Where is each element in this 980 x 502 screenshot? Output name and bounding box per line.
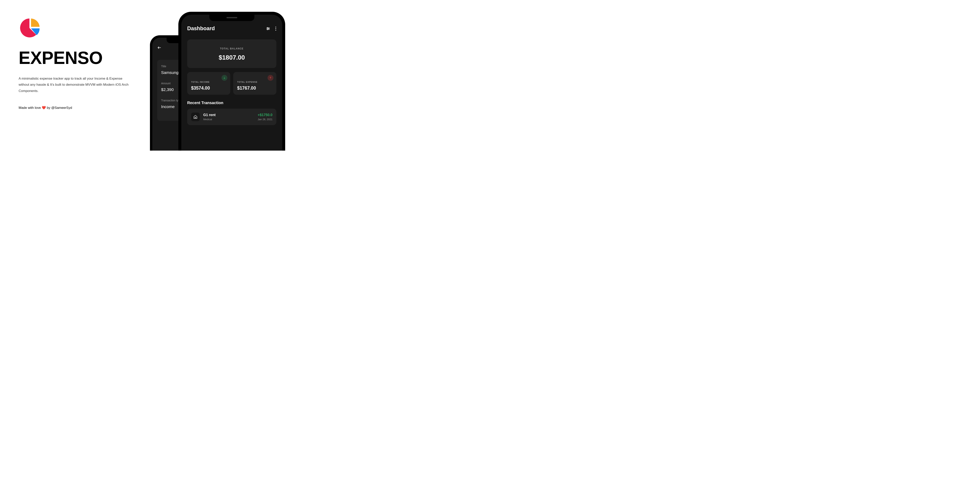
expense-value: $1767.00	[237, 86, 272, 91]
income-label: TOTAL INCOME	[191, 81, 226, 83]
svg-point-2	[267, 27, 268, 28]
heart-icon: ❤️	[42, 106, 46, 110]
transaction-amount: +$1750.0	[258, 113, 272, 117]
svg-point-6	[267, 29, 268, 30]
svg-point-7	[275, 27, 276, 27]
more-icon[interactable]	[275, 27, 276, 31]
balance-card: TOTAL BALANCE $1807.00	[187, 40, 276, 68]
filter-icon[interactable]	[266, 27, 270, 31]
credit-line: Made with love ❤️ by @SameerSyd	[19, 106, 130, 110]
balance-value: $1807.00	[191, 54, 272, 61]
income-value: $3574.00	[191, 86, 226, 91]
phone-mockup-front: Dashboard TOTAL BALANCE $1807.0	[178, 12, 285, 151]
home-icon	[191, 113, 200, 121]
app-logo	[19, 17, 41, 39]
expense-card[interactable]: TOTAL EXPENSE $1767.00	[233, 72, 276, 95]
svg-point-8	[275, 28, 276, 29]
income-card[interactable]: TOTAL INCOME $3574.00	[187, 72, 230, 95]
transaction-row[interactable]: G1 rent Medical +$1750.0 Jan 28, 2021	[187, 108, 276, 125]
transaction-category: Medical	[203, 118, 254, 121]
transaction-date: Jan 28, 2021	[258, 118, 272, 121]
svg-point-9	[275, 30, 276, 30]
app-description: A minimalistic expense tracker app to tr…	[19, 75, 130, 94]
expense-label: TOTAL EXPENSE	[237, 81, 272, 83]
recent-section-title: Recent Transaction	[187, 100, 276, 105]
app-title: EXPENSO	[19, 49, 130, 67]
balance-label: TOTAL BALANCE	[191, 47, 272, 50]
dashboard-title: Dashboard	[187, 25, 215, 32]
arrow-down-icon	[221, 75, 228, 81]
svg-rect-12	[195, 117, 196, 118]
transaction-title: G1 rent	[203, 113, 254, 117]
svg-point-4	[268, 28, 269, 29]
arrow-up-icon	[267, 75, 274, 81]
marketing-panel: EXPENSO A minimalistic expense tracker a…	[19, 17, 130, 110]
